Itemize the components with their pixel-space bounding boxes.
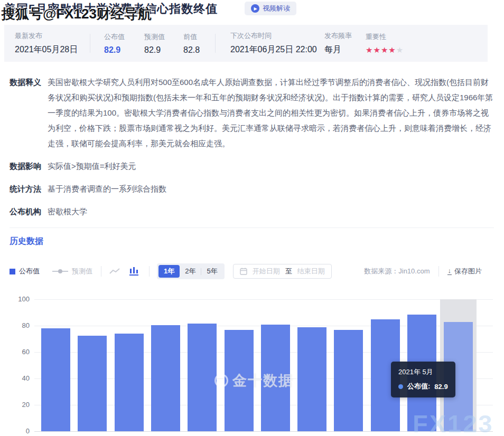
def-row-impact: 数据影响 实际值>预期值=利好美元 (10, 158, 504, 174)
y-axis-label: 40 (8, 374, 30, 383)
history-data-heading: 历史数据 (10, 236, 504, 247)
importance-label: 重要性 (366, 32, 404, 42)
sohu-watermark: 搜狐号@FX123财经导航 (2, 5, 152, 23)
legend-forecast-label: 预测值 (72, 267, 92, 276)
published-value: 公布值 82.9 (104, 32, 128, 55)
line-chart-toggle[interactable] (109, 267, 120, 276)
chart-bar[interactable] (41, 328, 70, 431)
next-release-time: 下次公布时间 2021年06月25日 22:00 (230, 31, 311, 55)
def-label: 公布机构 (10, 204, 48, 219)
chart-bar[interactable] (151, 325, 180, 431)
start-date-input[interactable]: 开始日期 (253, 267, 280, 276)
line-chart-icon (109, 267, 120, 276)
y-axis-label: 80 (8, 321, 30, 330)
def-content: 实际值>预期值=利好美元 (48, 158, 494, 174)
download-icon: ↓ (447, 268, 452, 275)
y-axis-label: 60 (8, 348, 30, 356)
save-image-button[interactable]: ↓ 保存图片 (447, 267, 482, 276)
period-5y-button[interactable]: 5年 (201, 265, 222, 278)
legend-forecast[interactable]: 预测值 (52, 267, 92, 276)
published-value-label: 公布值 (104, 32, 128, 42)
importance-stars: ★★★★★ (366, 45, 404, 55)
def-content: 密歇根大学 (48, 204, 494, 219)
importance: 重要性 ★★★★★ (366, 32, 404, 55)
chart-bar[interactable] (334, 330, 363, 431)
chart-bar[interactable] (188, 324, 217, 432)
bar-chart-toggle[interactable] (129, 267, 139, 276)
latest-release-label: 最新发布 (15, 31, 88, 41)
date-range-separator: 至 (285, 267, 292, 276)
forecast-value: 预测值 82.9 (144, 32, 169, 55)
header: 美国5月密歇根大学消费者信心指数终值 搜狐号@FX123财经导航 ▶ 视频解读 (0, 0, 504, 22)
release-frequency-value: 每月 (324, 44, 351, 55)
chart-bar[interactable] (115, 334, 144, 431)
tooltip-value-row: 公布值: 82.9 (398, 382, 448, 391)
def-content: 基于消费者调查的一系列综合指数 (48, 181, 494, 196)
previous-value-label: 前值 (183, 32, 206, 42)
latest-release: 最新发布 2021年05月28日 (15, 31, 88, 55)
jin10-watermark-text: 金十数据 (232, 371, 294, 390)
page: 美国5月密歇根大学消费者信心指数终值 搜狐号@FX123财经导航 ▶ 视频解读 … (0, 0, 504, 436)
forecast-value-label: 预测值 (144, 32, 169, 42)
star-icon: ★ (366, 45, 372, 54)
history-chart: 1008060402002021年 4月2021年 2月2020年 12月202… (0, 292, 504, 436)
period-1y-button[interactable]: 1年 (158, 265, 180, 278)
def-row-institution: 公布机构 密歇根大学 (10, 204, 504, 219)
chart-bar[interactable] (297, 327, 326, 432)
chart-bar[interactable] (78, 336, 107, 431)
divider (101, 266, 101, 277)
legend-square-icon (10, 269, 15, 274)
series-dot-icon (398, 384, 403, 389)
video-explain-button[interactable]: ▶ 视频解读 (245, 2, 296, 15)
summary-bar: 最新发布 2021年05月28日 公布值 82.9 预测值 82.9 前值 82… (4, 25, 488, 62)
save-image-label: 保存图片 (454, 267, 482, 276)
legend-published[interactable]: 公布值 (10, 267, 40, 276)
period-2y-button[interactable]: 2年 (180, 265, 201, 278)
forecast-value-number: 82.9 (144, 45, 169, 55)
def-label: 数据释义 (10, 74, 48, 151)
end-date-input[interactable]: 结束日期 (297, 267, 325, 276)
chart-controls: 公布值 预测值 1年 2年 5年 (10, 263, 504, 279)
divider (90, 34, 90, 53)
published-value-number: 82.9 (104, 45, 128, 55)
date-range-picker[interactable]: 开始日期 至 结束日期 (233, 264, 332, 279)
def-row-method: 统计方法 基于消费者调查的一系列综合指数 (10, 181, 504, 196)
y-axis-label: 100 (8, 295, 30, 304)
divider (149, 266, 150, 277)
next-release-value: 2021年06月25日 22:00 (230, 44, 311, 55)
fx123-watermark: FX123 (413, 409, 493, 436)
bar-chart-icon (129, 267, 139, 276)
tooltip-date: 2021年 5月 (398, 367, 448, 377)
jin10-logo-icon (214, 374, 228, 387)
divider (215, 34, 216, 53)
legend-published-label: 公布值 (19, 267, 40, 276)
def-row-explanation: 数据释义 美国密歇根大学研究人员利用对500至600名成年人原始调查数据，计算出… (10, 74, 504, 151)
play-icon: ▶ (251, 4, 259, 13)
tooltip-series-label: 公布值: (407, 382, 430, 391)
release-frequency-label: 发布频率 (324, 31, 351, 41)
previous-value-number: 82.8 (183, 45, 206, 55)
calendar-icon (240, 268, 247, 275)
chart-tooltip: 2021年 5月 公布值: 82.9 (391, 362, 455, 397)
y-gridline (34, 299, 493, 300)
star-icon: ★ (388, 45, 395, 54)
definitions: 数据释义 美国密歇根大学研究人员利用对500至600名成年人原始调查数据，计算出… (10, 74, 504, 219)
def-label: 统计方法 (10, 181, 48, 196)
star-icon: ★ (381, 45, 388, 54)
latest-release-value: 2021年05月28日 (15, 44, 88, 55)
release-frequency: 发布频率 每月 (324, 31, 351, 55)
period-selector: 1年 2年 5年 (157, 263, 225, 279)
next-release-label: 下次公布时间 (230, 31, 311, 41)
section-divider (10, 228, 494, 228)
y-axis-label: 0 (8, 427, 30, 435)
def-content: 美国密歇根大学研究人员利用对500至600名成年人原始调查数据，计算出经过季节调… (48, 74, 494, 151)
data-source: 数据来源：Jin10.com (364, 267, 430, 276)
jin10-watermark: 金十数据 (214, 371, 294, 390)
def-label: 数据影响 (10, 158, 48, 174)
previous-value: 前值 82.8 (183, 32, 206, 55)
star-icon: ★ (396, 45, 403, 54)
video-explain-label: 视频解读 (263, 4, 290, 13)
y-axis-label: 20 (8, 401, 30, 409)
divider (438, 266, 439, 277)
tooltip-value: 82.9 (434, 383, 447, 391)
